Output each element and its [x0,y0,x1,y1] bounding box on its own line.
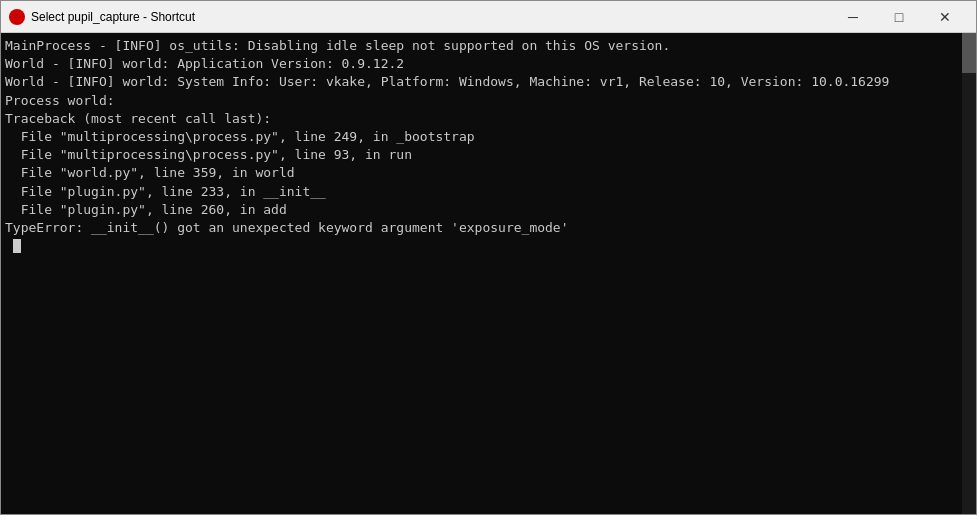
scrollbar[interactable] [962,33,976,514]
app-icon [9,9,25,25]
window-title: Select pupil_capture - Shortcut [31,10,830,24]
titlebar: Select pupil_capture - Shortcut ─ □ ✕ [1,1,976,33]
cursor [13,239,21,253]
terminal-line: Process world: [5,92,972,110]
terminal-cursor-line [5,237,972,255]
terminal-output: MainProcess - [INFO] os_utils: Disabling… [1,33,976,259]
close-button[interactable]: ✕ [922,1,968,33]
terminal-line: Traceback (most recent call last): [5,110,972,128]
terminal-line: File "world.py", line 359, in world [5,164,972,182]
minimize-button[interactable]: ─ [830,1,876,33]
terminal-line: File "multiprocessing\process.py", line … [5,128,972,146]
terminal-line: MainProcess - [INFO] os_utils: Disabling… [5,37,972,55]
terminal-line: TypeError: __init__() got an unexpected … [5,219,972,237]
window-controls: ─ □ ✕ [830,1,968,33]
scrollbar-thumb[interactable] [962,33,976,73]
terminal-window[interactable]: MainProcess - [INFO] os_utils: Disabling… [1,33,976,514]
terminal-line: File "multiprocessing\process.py", line … [5,146,972,164]
terminal-line: World - [INFO] world: Application Versio… [5,55,972,73]
maximize-button[interactable]: □ [876,1,922,33]
terminal-line: World - [INFO] world: System Info: User:… [5,73,972,91]
application-window: Select pupil_capture - Shortcut ─ □ ✕ Ma… [0,0,977,515]
terminal-line: File "plugin.py", line 233, in __init__ [5,183,972,201]
terminal-line: File "plugin.py", line 260, in add [5,201,972,219]
